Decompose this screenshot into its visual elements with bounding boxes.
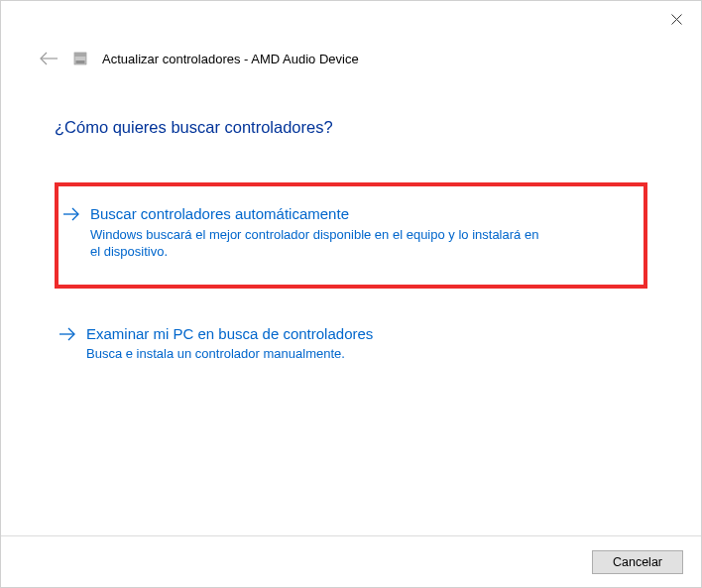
option-auto-title: Buscar controladores automáticamente [90,204,546,224]
cancel-button-label: Cancelar [613,555,662,569]
footer: Cancelar [1,535,701,587]
arrow-right-icon [58,326,76,342]
content-area: ¿Cómo quieres buscar controladores? Busc… [1,66,701,377]
close-icon [671,14,682,25]
cancel-button[interactable]: Cancelar [592,550,683,574]
header-row: Actualizar controladores - AMD Audio Dev… [1,37,701,66]
svg-rect-5 [76,60,85,63]
dialog-title: Actualizar controladores - AMD Audio Dev… [102,52,359,66]
option-auto-text: Buscar controladores automáticamente Win… [90,204,546,261]
back-button[interactable] [39,51,58,66]
option-manual-search[interactable]: Examinar mi PC en busca de controladores… [55,312,647,377]
option-manual-text: Examinar mi PC en busca de controladores… [86,324,373,363]
option-manual-title: Examinar mi PC en busca de controladores [86,324,373,344]
back-arrow-icon [39,51,58,66]
option-auto-search[interactable]: Buscar controladores automáticamente Win… [55,182,647,289]
option-manual-description: Busca e instala un controlador manualmen… [86,345,373,363]
arrow-right-icon [62,206,80,222]
close-button[interactable] [661,7,691,31]
svg-rect-4 [74,53,86,57]
question-heading: ¿Cómo quieres buscar controladores? [55,118,647,137]
option-auto-description: Windows buscará el mejor controlador dis… [90,226,546,261]
titlebar [1,1,701,37]
device-icon [72,51,88,66]
